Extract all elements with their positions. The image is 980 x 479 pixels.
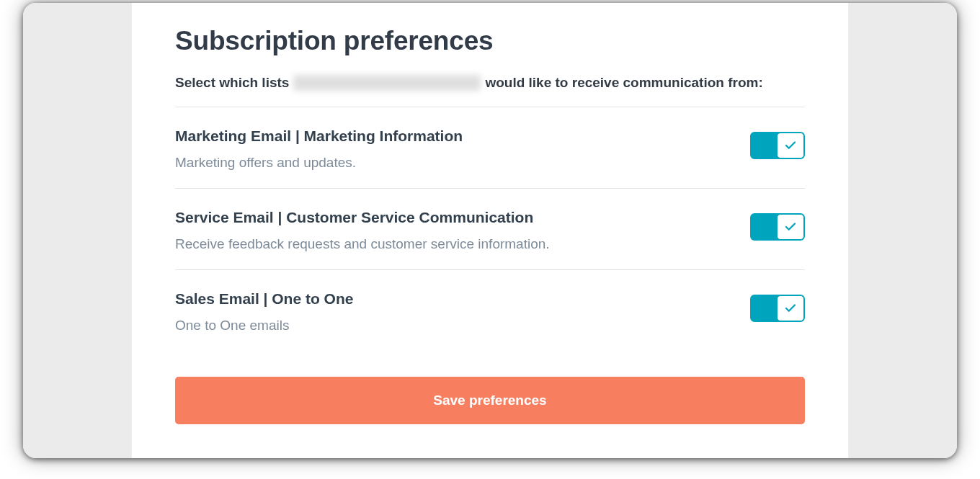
preferences-panel: Subscription preferences Select which li… xyxy=(132,3,848,458)
row-description: One to One emails xyxy=(175,318,736,333)
subscription-row-marketing: Marketing Email | Marketing Information … xyxy=(175,107,805,188)
subscription-row-service: Service Email | Customer Service Communi… xyxy=(175,189,805,269)
check-icon xyxy=(784,302,797,315)
toggle-service[interactable] xyxy=(750,213,805,241)
toggle-knob xyxy=(777,133,804,158)
toggle-knob xyxy=(777,295,804,321)
check-icon xyxy=(784,220,797,233)
subtitle-prefix: Select which lists xyxy=(175,75,289,91)
row-title: Marketing Email | Marketing Information xyxy=(175,127,736,145)
check-icon xyxy=(784,139,797,152)
app-frame: Subscription preferences Select which li… xyxy=(23,3,957,458)
row-title: Sales Email | One to One xyxy=(175,290,736,308)
toggle-sales[interactable] xyxy=(750,295,805,322)
redacted-email xyxy=(293,75,481,91)
toggle-knob xyxy=(777,214,804,240)
toggle-marketing[interactable] xyxy=(750,132,805,159)
subtitle-suffix: would like to receive communication from… xyxy=(485,75,762,91)
page-subtitle: Select which lists would like to receive… xyxy=(175,75,805,91)
row-text: Marketing Email | Marketing Information … xyxy=(175,127,750,171)
row-description: Receive feedback requests and customer s… xyxy=(175,236,736,252)
row-title: Service Email | Customer Service Communi… xyxy=(175,209,736,226)
page-background: Subscription preferences Select which li… xyxy=(23,3,957,458)
subscription-row-sales: Sales Email | One to One One to One emai… xyxy=(175,270,805,351)
page-title: Subscription preferences xyxy=(175,26,805,56)
row-text: Service Email | Customer Service Communi… xyxy=(175,209,750,252)
save-preferences-button[interactable]: Save preferences xyxy=(175,377,805,424)
row-text: Sales Email | One to One One to One emai… xyxy=(175,290,750,333)
row-description: Marketing offers and updates. xyxy=(175,155,736,171)
